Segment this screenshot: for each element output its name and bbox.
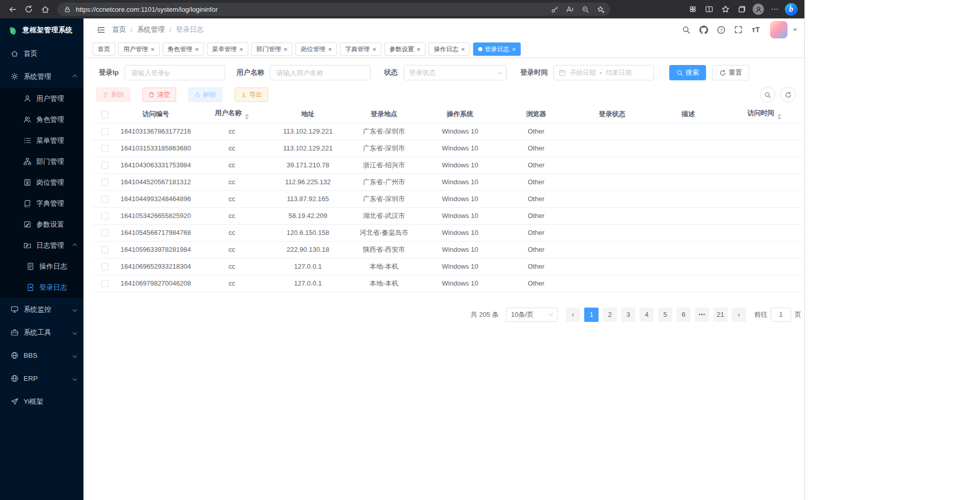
user-avatar[interactable] [770,21,787,38]
sidebar-item-log-mgmt[interactable]: 日志管理 [0,235,83,256]
row-checkbox[interactable] [101,179,109,186]
page-button-21[interactable]: 21 [713,308,728,322]
favorites-button[interactable] [717,2,734,16]
unlock-button[interactable]: 解锁 [188,88,222,102]
reset-button[interactable]: 重置 [712,65,749,80]
refresh-button[interactable] [20,2,37,16]
sort-carets-icon[interactable] [777,114,781,120]
row-checkbox[interactable] [101,128,109,135]
tab-close-icon[interactable]: × [417,46,421,53]
tab-close-icon[interactable]: × [461,46,465,53]
collapse-sidebar-button[interactable] [94,23,108,37]
select-all-checkbox[interactable] [101,111,109,118]
row-checkbox[interactable] [101,145,109,152]
address-bar[interactable]: https://ccnetcore.com:1101/system/log/lo… [57,3,610,16]
next-page-button[interactable]: › [732,308,746,322]
clear-button[interactable]: 清空 [142,88,176,102]
tab-close-icon[interactable]: × [151,46,155,53]
help-docs-button[interactable]: ? [714,23,728,37]
tab-菜单管理[interactable]: 菜单管理× [207,42,248,56]
tab-参数设置[interactable]: 参数设置× [385,42,426,56]
github-link-button[interactable] [696,23,711,37]
tab-角色管理[interactable]: 角色管理× [163,42,204,56]
refresh-table-button[interactable] [780,87,796,102]
header-search-button[interactable] [679,23,693,37]
row-checkbox[interactable] [101,246,109,253]
home-button[interactable] [37,2,53,16]
profile-button[interactable] [750,2,766,16]
login-ip-input[interactable] [124,65,225,80]
goto-page-input[interactable] [771,308,791,322]
page-button-2[interactable]: 2 [603,308,617,322]
tab-岗位管理[interactable]: 岗位管理× [295,42,337,56]
tab-close-icon[interactable]: × [372,46,376,53]
caret-down-icon[interactable] [793,29,797,31]
sidebar-item-home[interactable]: 首页 [0,42,83,65]
sort-carets-icon[interactable] [245,114,249,120]
toggle-search-button[interactable] [760,87,775,102]
delete-button[interactable]: 删除 [96,88,130,102]
tab-登录日志[interactable]: 登录日志× [473,42,521,56]
sidebar-item-bbs[interactable]: BBS [0,344,83,367]
page-button-5[interactable]: 5 [658,308,672,322]
tab-close-icon[interactable]: × [195,46,199,53]
row-checkbox[interactable] [101,162,109,169]
sidebar-item-dept-mgmt[interactable]: 部门管理 [0,151,83,172]
breadcrumb-item[interactable]: 首页 [112,25,126,34]
add-favorite-button[interactable] [593,3,608,15]
export-button[interactable]: 导出 [235,88,268,102]
user-name-input[interactable] [270,65,371,80]
row-checkbox[interactable] [101,229,109,236]
row-checkbox[interactable] [101,263,109,270]
page-button-1[interactable]: 1 [584,308,599,322]
tab-close-icon[interactable]: × [512,46,516,53]
status-select[interactable]: 登录状态 [403,65,507,80]
page-button-3[interactable]: 3 [621,308,635,322]
tab-close-icon[interactable]: × [284,46,288,53]
sidebar-item-param-settings[interactable]: 参数设置 [0,214,83,235]
sidebar-item-menu-mgmt[interactable]: 菜单管理 [0,130,83,151]
sidebar-item-erp[interactable]: ERP [0,367,83,390]
collections-button[interactable] [734,2,750,16]
back-button[interactable] [4,2,20,16]
fullscreen-button[interactable] [731,23,745,37]
password-key-button[interactable] [547,3,562,15]
tab-close-icon[interactable]: × [328,46,332,53]
sidebar-item-sys-monitor[interactable]: 系统监控 [0,298,83,321]
row-checkbox[interactable] [101,280,109,287]
column-header-访问时间[interactable]: 访问时间 [726,106,802,123]
tab-操作日志[interactable]: 操作日志× [429,42,470,56]
column-header-用户名称[interactable]: 用户名称 [194,106,270,123]
prev-page-button[interactable]: ‹ [566,308,580,322]
row-checkbox[interactable] [101,195,109,203]
row-checkbox[interactable] [101,212,109,220]
tab-部门管理[interactable]: 部门管理× [251,42,293,56]
sidebar-item-system-mgmt[interactable]: 系统管理 [0,65,83,88]
search-button[interactable]: 搜索 [669,65,706,80]
tab-close-icon[interactable]: × [239,46,243,53]
breadcrumb-item[interactable]: 系统管理 [137,25,165,34]
pagination-more-button[interactable]: ••• [695,308,709,322]
login-time-range-picker[interactable]: 开始日期 - 结束日期 [553,65,654,80]
sidebar-item-login-log[interactable]: 登录日志 [0,277,83,298]
sidebar-item-role-mgmt[interactable]: 角色管理 [0,109,83,130]
app-logo[interactable]: 意框架管理系统 [0,18,83,42]
page-button-6[interactable]: 6 [676,308,691,322]
copilot-button[interactable]: b [783,2,799,16]
sidebar-item-post-mgmt[interactable]: 岗位管理 [0,172,83,193]
settings-more-button[interactable] [766,2,783,16]
sidebar-item-user-mgmt[interactable]: 用户管理 [0,88,83,109]
sidebar-item-dict-mgmt[interactable]: 字典管理 [0,193,83,214]
page-button-4[interactable]: 4 [640,308,654,322]
page-size-select[interactable]: 10条/页 [506,308,558,322]
sidebar-item-yi-framework[interactable]: Yi框架 [0,390,83,413]
font-size-button[interactable]: тT [749,23,763,37]
sidebar-item-oper-log[interactable]: 操作日志 [0,256,83,277]
tab-用户管理[interactable]: 用户管理× [118,42,160,56]
tab-首页[interactable]: 首页 [93,42,115,56]
extensions-button[interactable] [685,2,701,16]
sidebar-item-sys-tools[interactable]: 系统工具 [0,321,83,344]
split-screen-button[interactable] [701,2,717,16]
tab-字典管理[interactable]: 字典管理× [340,42,381,56]
read-aloud-button[interactable] [562,3,578,15]
